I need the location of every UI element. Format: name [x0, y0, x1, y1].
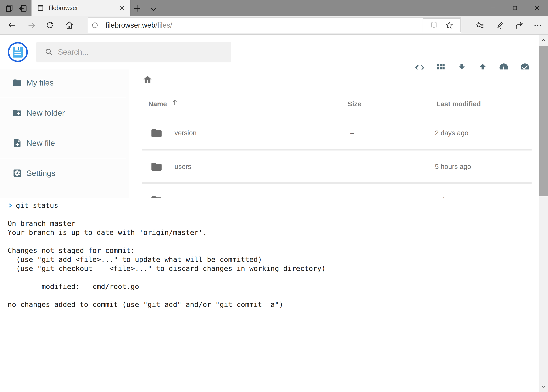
maximize-button[interactable]	[504, 0, 526, 16]
sidebar-item-my-files[interactable]: My files	[0, 74, 126, 92]
create-new-folder-icon	[12, 108, 22, 118]
search-box[interactable]	[36, 42, 231, 63]
column-header-name[interactable]: Name	[148, 100, 167, 108]
column-header-size[interactable]: Size	[348, 100, 361, 108]
refresh-icon[interactable]	[45, 21, 54, 30]
tab-close-icon[interactable]	[119, 5, 125, 11]
folder-icon	[150, 161, 163, 173]
terminal-panel[interactable]: git status On branch master Your branch …	[0, 198, 539, 392]
favorites-hub-icon[interactable]	[475, 21, 485, 30]
app-header	[0, 35, 539, 70]
folder-icon	[12, 78, 22, 88]
sidebar: My files New folder New file Settings	[0, 70, 129, 198]
file-row-users[interactable]: users – 5 hours ago	[142, 150, 532, 182]
home-icon[interactable]	[65, 21, 74, 30]
filebrowser-logo-icon[interactable]	[8, 42, 28, 62]
tab-bar: filebrowser	[0, 0, 548, 16]
more-menu-icon[interactable]	[533, 21, 542, 30]
site-info-icon[interactable]	[91, 22, 98, 28]
sidebar-item-label: New file	[26, 139, 55, 148]
sidebar-divider	[0, 98, 126, 98]
scroll-up-icon[interactable]	[539, 35, 548, 46]
favorite-star-icon[interactable]	[445, 21, 453, 29]
column-header-modified[interactable]: Last modified	[436, 100, 481, 108]
tab-filebrowser[interactable]: filebrowser	[32, 0, 130, 16]
scrollbar-thumb[interactable]	[539, 46, 548, 196]
file-row-version[interactable]: version – 2 days ago	[142, 117, 532, 149]
set-aside-tabs-icon[interactable]	[19, 4, 27, 12]
forward-icon[interactable]	[27, 21, 36, 30]
tab-title: filebrowser	[49, 5, 119, 12]
file-modified: 5 hours ago	[435, 163, 471, 170]
file-name: users	[174, 163, 191, 170]
sidebar-divider	[0, 158, 126, 158]
filebrowser-app: My files New folder New file Settings	[0, 35, 539, 392]
tab-page-icon	[37, 4, 44, 12]
address-separator	[102, 20, 102, 30]
terminal-command: git status	[16, 201, 58, 210]
annotate-pen-icon[interactable]	[495, 21, 504, 30]
reading-view-icon[interactable]	[430, 22, 438, 29]
close-window-button[interactable]	[526, 0, 548, 16]
folder-icon	[150, 127, 163, 139]
url-path: /files/	[155, 21, 172, 29]
navigation-bar: filebrowser.web/files/	[0, 16, 548, 35]
search-icon	[45, 48, 53, 56]
sidebar-item-label: Settings	[26, 169, 55, 178]
file-modified: 2 days ago	[435, 129, 468, 137]
listing-column-headers: Name Size Last modified	[129, 91, 539, 117]
prompt-chevron-icon	[8, 202, 13, 209]
url-host: filebrowser.web	[105, 21, 155, 29]
sidebar-item-label: New folder	[26, 108, 65, 118]
file-size: –	[350, 129, 354, 137]
minimize-button[interactable]	[482, 0, 504, 16]
search-input[interactable]	[58, 48, 218, 56]
terminal-output: On branch master Your branch is up to da…	[8, 210, 535, 309]
sidebar-item-settings[interactable]: Settings	[0, 164, 126, 182]
new-file-icon	[12, 138, 22, 148]
address-bar[interactable]: filebrowser.web/files/	[88, 17, 461, 33]
scroll-down-icon[interactable]	[539, 381, 548, 392]
url-text[interactable]: filebrowser.web/files/	[105, 21, 172, 29]
file-name: version	[174, 129, 197, 137]
share-icon[interactable]	[515, 21, 524, 30]
file-size: –	[350, 163, 354, 170]
browser-window: filebrowser	[0, 0, 548, 392]
new-tab-button[interactable]	[132, 4, 142, 12]
terminal-prompt-line: git status	[8, 201, 535, 210]
page-scrollbar[interactable]	[539, 35, 548, 392]
terminal-cursor	[8, 318, 8, 327]
tab-list-dropdown-icon[interactable]	[149, 5, 158, 12]
floppy-disk-icon	[13, 47, 23, 57]
sidebar-item-label: My files	[26, 78, 54, 87]
page-viewport: My files New folder New file Settings	[0, 35, 548, 392]
settings-icon	[12, 168, 22, 178]
address-bar-actions	[423, 18, 461, 32]
back-icon[interactable]	[7, 21, 16, 30]
sort-ascending-icon[interactable]	[171, 98, 179, 106]
tab-preview-icon[interactable]	[5, 4, 14, 12]
sidebar-item-new-folder[interactable]: New folder	[0, 104, 126, 122]
breadcrumb-home-icon[interactable]	[143, 75, 153, 84]
sidebar-item-new-file[interactable]: New file	[0, 134, 126, 152]
